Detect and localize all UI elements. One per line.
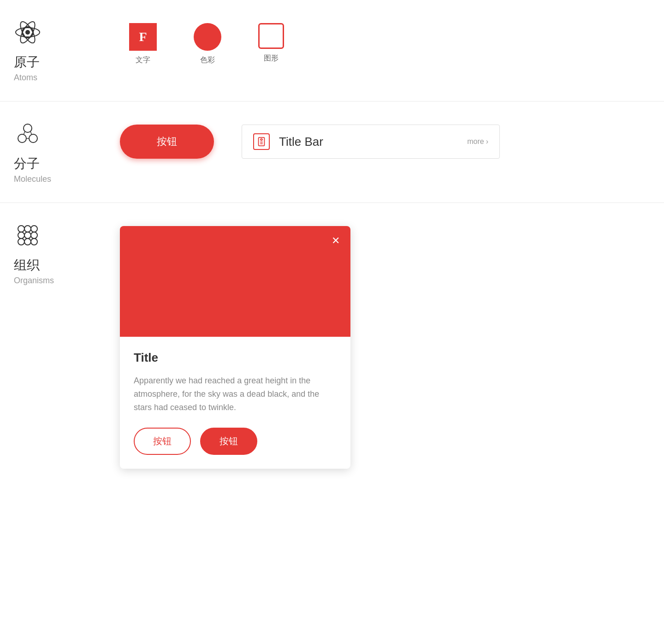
svg-point-16 — [24, 226, 31, 232]
text-atom-label: 文字 — [136, 55, 150, 65]
title-bar-text: Title Bar — [279, 135, 458, 149]
svg-line-9 — [30, 131, 32, 135]
molecules-label-zh: 分子 — [14, 155, 40, 173]
svg-point-1 — [25, 30, 30, 35]
modal-card-text: Apparently we had reached a great height… — [134, 374, 337, 414]
atoms-icon — [14, 18, 42, 48]
atoms-sidebar: 原子 Atoms — [0, 18, 92, 83]
svg-line-8 — [24, 131, 25, 135]
svg-point-22 — [24, 239, 31, 245]
molecules-content: 按钮 Title Bar more › — [92, 120, 664, 159]
molecules-sidebar: 分子 Molecules — [0, 120, 92, 184]
text-atom-icon: F — [129, 23, 157, 51]
title-bar-component: Title Bar more › — [242, 125, 500, 159]
color-atom-item: 色彩 — [194, 23, 221, 65]
primary-button[interactable]: 按钮 — [120, 125, 214, 159]
color-atom-icon — [194, 23, 221, 51]
atoms-label-en: Atoms — [14, 73, 37, 83]
organisms-section: 组织 Organisms ✕ Title Apparently we had r… — [0, 203, 664, 496]
color-atom-label: 色彩 — [200, 55, 215, 65]
shape-atom-icon — [258, 23, 284, 49]
molecules-label-en: Molecules — [14, 174, 51, 184]
chevron-right-icon: › — [486, 137, 488, 146]
modal-card-body: Title Apparently we had reached a great … — [120, 337, 350, 469]
organisms-label-zh: 组织 — [14, 256, 40, 274]
svg-point-6 — [18, 134, 26, 143]
modal-card-actions: 按钮 按钮 — [134, 428, 337, 455]
svg-point-7 — [29, 134, 37, 143]
svg-point-23 — [31, 239, 37, 245]
title-bar-icon — [253, 133, 270, 150]
organisms-icon — [14, 221, 42, 251]
svg-point-12 — [261, 139, 262, 141]
svg-point-18 — [18, 232, 24, 239]
molecules-icon — [14, 120, 42, 149]
modal-card: ✕ Title Apparently we had reached a grea… — [120, 226, 350, 469]
shape-atom-item: 图形 — [258, 23, 284, 63]
modal-card-title: Title — [134, 351, 337, 365]
organisms-content: ✕ Title Apparently we had reached a grea… — [92, 221, 664, 469]
shape-atom-label: 图形 — [264, 54, 279, 63]
modal-close-button[interactable]: ✕ — [328, 233, 343, 248]
svg-point-5 — [24, 124, 32, 132]
svg-point-15 — [18, 226, 24, 232]
svg-point-19 — [24, 232, 31, 239]
svg-point-21 — [18, 239, 24, 245]
organisms-label-en: Organisms — [14, 276, 54, 286]
text-atom-item: F 文字 — [129, 23, 157, 65]
atoms-label-zh: 原子 — [14, 54, 40, 71]
atoms-section: 原子 Atoms F 文字 色彩 图形 — [0, 0, 664, 101]
organisms-sidebar: 组织 Organisms — [0, 221, 92, 286]
svg-point-17 — [31, 226, 37, 232]
modal-filled-button[interactable]: 按钮 — [200, 428, 257, 455]
atoms-content: F 文字 色彩 图形 — [92, 18, 664, 65]
modal-card-image: ✕ — [120, 226, 350, 337]
svg-point-20 — [31, 232, 37, 239]
modal-outline-button[interactable]: 按钮 — [134, 428, 191, 455]
molecules-section: 分子 Molecules 按钮 Title Bar more › — [0, 101, 664, 203]
title-bar-more-button[interactable]: more › — [467, 137, 488, 146]
